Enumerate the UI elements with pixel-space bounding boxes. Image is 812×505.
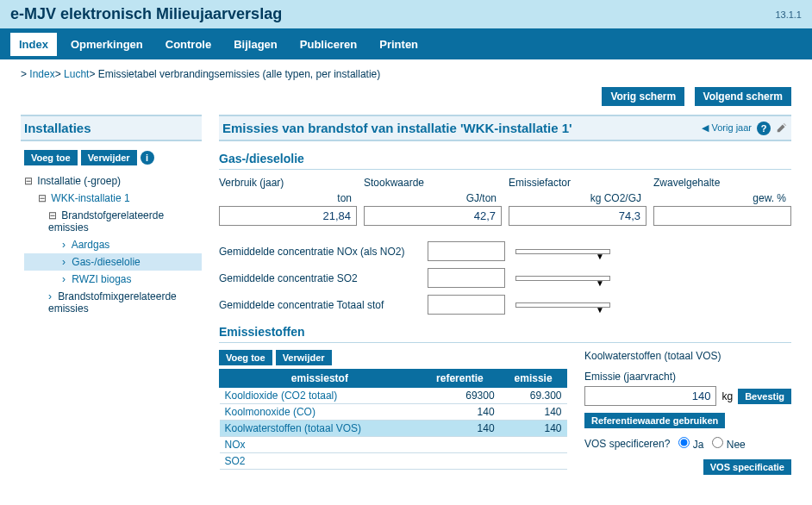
nav-index[interactable]: Index [10, 33, 57, 56]
tree: ⊟ Installatie (-groep) ⊟ WKK-installatie… [21, 172, 202, 317]
info-icon[interactable]: i [141, 151, 154, 165]
cell-ref [420, 453, 499, 470]
sidebar: Installaties Voeg toe Verwijder i ⊟ Inst… [21, 115, 202, 475]
unit-zwavel: gew. % [653, 189, 791, 206]
use-reference-button[interactable]: Referentiewaarde gebruiken [584, 413, 725, 428]
next-screen-button[interactable]: Volgend scherm [695, 87, 791, 106]
input-verbruik[interactable] [219, 206, 357, 226]
input-conc-so2[interactable] [428, 268, 505, 288]
section-emissiestoffen: Emissiestoffen [219, 321, 791, 343]
label-stook: Stookwaarde [364, 177, 502, 189]
nav-publiceren[interactable]: Publiceren [291, 33, 365, 56]
collapse-icon[interactable]: ⊟ [24, 175, 33, 187]
tree-mixgroep[interactable]: › Brandstofmixgerelateerde emissies [24, 288, 202, 317]
em-remove-button[interactable]: Verwijder [276, 350, 332, 365]
chevron-right-icon: › [62, 273, 66, 285]
help-icon[interactable]: ? [757, 122, 771, 135]
app-header: e-MJV elektronisch Milieujaarverslag 13.… [0, 0, 812, 28]
unit-verbruik: ton [219, 189, 357, 206]
app-version: 13.1.1 [775, 9, 802, 20]
cell-emi: 140 [500, 404, 567, 421]
main: Emissies van brandstof van installatie '… [219, 115, 791, 475]
chevron-right-icon: › [62, 256, 66, 268]
table-row[interactable]: SO2 [220, 453, 567, 470]
table-row[interactable]: NOx [220, 437, 567, 453]
select-conc-nox-unit[interactable] [515, 249, 610, 254]
breadcrumb-lucht[interactable]: Lucht [64, 68, 89, 80]
vos-spec-label: VOS specificeren? [584, 438, 670, 450]
label-conc-so2: Gemiddelde concentratie SO2 [219, 272, 417, 284]
sidebar-remove-button[interactable]: Verwijder [81, 150, 137, 165]
radio-nee[interactable]: Nee [712, 437, 745, 451]
label-ef: Emissiefactor [509, 177, 646, 189]
label-zwavel: Zwavelgehalte [653, 177, 791, 189]
cell-ref: 140 [420, 421, 499, 437]
table-row[interactable]: Kooldioxide (CO2 totaal)6930069.300 [220, 388, 567, 404]
tree-fuel-aardgas[interactable]: › Aardgas [24, 236, 202, 253]
cell-stof: Kooldioxide (CO2 totaal) [220, 388, 421, 404]
em-table: emissiestof referentie emissie Kooldioxi… [219, 369, 567, 470]
vos-spec-button[interactable]: VOS specificatie [703, 459, 791, 475]
prev-year-link[interactable]: ◀ Vorig jaar [702, 122, 752, 134]
sidebar-add-button[interactable]: Voeg toe [24, 150, 78, 165]
nav-printen[interactable]: Printen [371, 33, 427, 56]
select-conc-so2-unit[interactable] [515, 276, 610, 281]
label-verbruik: Verbruik (jaar) [219, 177, 357, 189]
cell-stof: NOx [220, 437, 421, 453]
cell-emi: 140 [500, 421, 567, 437]
collapse-icon[interactable]: ⊟ [48, 209, 57, 221]
chevron-right-icon: › [62, 239, 66, 251]
unit-ef: kg CO2/GJ [509, 189, 646, 206]
cell-emi [500, 453, 567, 470]
cell-stof: SO2 [220, 453, 421, 470]
input-ef[interactable] [509, 206, 646, 226]
input-conc-nox[interactable] [428, 241, 505, 261]
cell-ref: 69300 [420, 388, 499, 404]
label-conc-stof: Gemiddelde concentratie Totaal stof [219, 299, 417, 311]
input-zwavel[interactable] [653, 206, 791, 226]
input-conc-stof[interactable] [428, 295, 505, 315]
nav-bijlagen[interactable]: Bijlagen [225, 33, 286, 56]
select-conc-stof-unit[interactable] [515, 302, 610, 308]
input-stook[interactable] [364, 206, 502, 226]
cell-emi [500, 437, 567, 453]
right-title: Koolwaterstoffen (totaal VOS) [584, 350, 791, 362]
breadcrumb-current: Emissietabel verbrandingsemissies (alle … [98, 68, 380, 80]
table-row[interactable]: Koolwaterstoffen (totaal VOS)140140 [220, 421, 567, 437]
cell-emi: 69.300 [500, 388, 567, 404]
confirm-button[interactable]: Bevestig [738, 389, 791, 404]
cell-stof: Koolmonoxide (CO) [220, 404, 421, 421]
prev-screen-button[interactable]: Vorig scherm [602, 87, 684, 106]
tree-brandstofgroep[interactable]: ⊟ Brandstofgerelateerde emissies [24, 207, 202, 236]
unit-kg: kg [721, 390, 733, 402]
breadcrumb: > Index> Lucht> Emissietabel verbranding… [0, 59, 812, 84]
tree-root[interactable]: ⊟ Installatie (-groep) [24, 172, 202, 190]
cell-ref [420, 437, 499, 453]
label-conc-nox: Gemiddelde concentratie NOx (als NO2) [219, 246, 417, 258]
screen-nav: Vorig scherm Volgend scherm [0, 84, 812, 115]
unit-stook: GJ/ton [364, 189, 502, 206]
table-row[interactable]: Koolmonoxide (CO)140140 [220, 404, 567, 421]
tree-installation[interactable]: ⊟ WKK-installatie 1 [24, 190, 202, 207]
nav-bar: Index Opmerkingen Controle Bijlagen Publ… [0, 28, 812, 59]
edit-icon[interactable] [776, 122, 788, 135]
em-add-button[interactable]: Voeg toe [219, 350, 272, 365]
chevron-right-icon: › [48, 290, 52, 302]
right-em-label: Emissie (jaarvracht) [584, 371, 791, 383]
app-title: e-MJV elektronisch Milieujaarverslag [10, 5, 282, 23]
nav-opmerkingen[interactable]: Opmerkingen [62, 33, 152, 56]
cell-ref: 140 [420, 404, 499, 421]
tree-fuel-gasdiesel[interactable]: › Gas-/dieselolie [24, 253, 202, 271]
page-title: Emissies van brandstof van installatie '… [222, 121, 572, 135]
breadcrumb-index[interactable]: Index [29, 68, 54, 80]
nav-controle[interactable]: Controle [157, 33, 220, 56]
collapse-icon[interactable]: ⊟ [38, 192, 47, 204]
sidebar-title: Installaties [21, 115, 202, 141]
input-emissie-jaarvracht[interactable] [584, 386, 716, 406]
section-gasdiesel: Gas-/dieselolie [219, 148, 791, 170]
radio-ja[interactable]: Ja [678, 437, 703, 451]
th-stof: emissiestof [220, 370, 421, 388]
th-emi: emissie [500, 370, 567, 388]
th-ref: referentie [420, 370, 499, 388]
tree-fuel-rwzi[interactable]: › RWZI biogas [24, 271, 202, 288]
